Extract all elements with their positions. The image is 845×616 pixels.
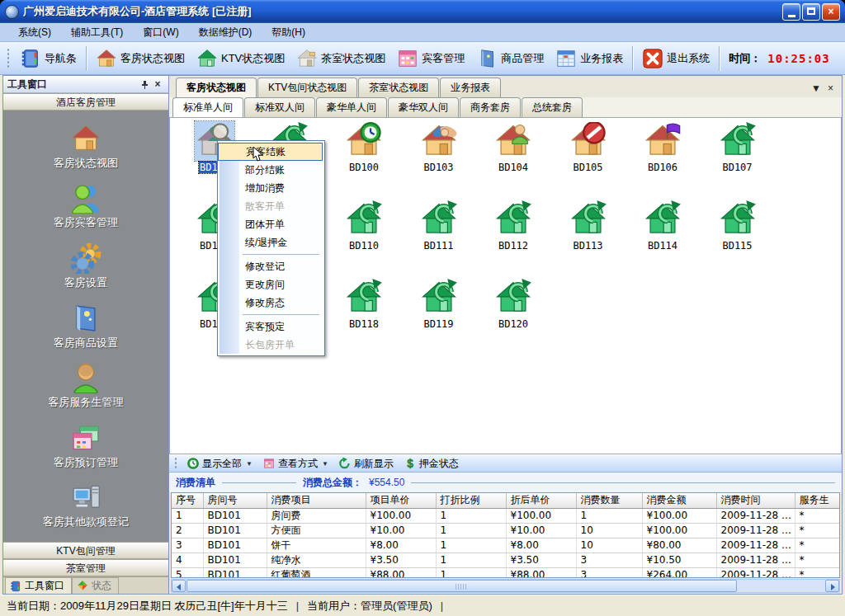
view-mode-icon	[262, 457, 276, 470]
sidebar-item-2[interactable]: 客房设置	[64, 242, 107, 290]
view-tab-3[interactable]: 业务报表	[440, 78, 501, 97]
context-menu-item-8[interactable]: 更改房间	[218, 275, 323, 294]
scroll-right-arrow-icon[interactable]	[825, 580, 839, 592]
column-header-2: 消费项目	[267, 493, 366, 508]
room-BD114[interactable]: BD114	[626, 200, 699, 252]
pin-icon[interactable]	[138, 78, 151, 90]
view-tab-1[interactable]: KTV包间状态视图	[257, 78, 357, 97]
column-header-8: 消费时间	[716, 493, 795, 508]
horizontal-scrollbar[interactable]	[171, 579, 840, 593]
room-BD107[interactable]: BD107	[701, 121, 774, 173]
sidebar-group-hotel-rooms[interactable]: 酒店客房管理	[3, 93, 168, 111]
consumption-total-value: ¥554.50	[369, 477, 404, 488]
room-type-tab-2[interactable]: 豪华单人间	[316, 97, 387, 117]
toolbar-exit-button[interactable]: 退出系统	[636, 45, 715, 72]
action-button-2[interactable]: 刷新显示	[333, 456, 399, 472]
actionbar-grip[interactable]	[174, 457, 178, 470]
column-header-9: 服务生	[795, 493, 840, 508]
context-menu-item-0[interactable]: 宾客结账	[218, 143, 323, 161]
minimize-button[interactable]	[782, 3, 800, 21]
scrollbar-track[interactable]	[186, 580, 825, 592]
room-BD115[interactable]: BD115	[701, 200, 774, 252]
room-BD120[interactable]: BD120	[477, 278, 550, 330]
table-row-3[interactable]: 4BD101纯净水¥3.501¥3.503¥10.502009-11-28 …*	[172, 553, 840, 567]
table-row-2[interactable]: 3BD101饼干¥8.001¥8.0010¥80.002009-11-28 …*	[172, 538, 840, 553]
toolbar-button-1[interactable]: KTV状态视图	[191, 45, 290, 72]
close-tool-window-icon[interactable]: ×	[151, 78, 164, 90]
action-button-0[interactable]: 显示全部▼	[182, 456, 257, 472]
booking-icon	[70, 422, 101, 454]
status-icon	[76, 580, 89, 593]
room-type-tab-3[interactable]: 豪华双人间	[388, 97, 459, 117]
scroll-left-arrow-icon[interactable]	[172, 580, 186, 592]
toolwindow-icon	[9, 580, 22, 593]
sidebar-item-3[interactable]: 客房商品设置	[54, 303, 118, 350]
tool-window-title: 工具窗口	[7, 78, 47, 92]
menu-item-0[interactable]: 系统(S)	[8, 23, 61, 42]
tab-strip-dropdown-icon[interactable]: ▼	[811, 82, 821, 94]
menu-item-3[interactable]: 数据维护(D)	[189, 23, 262, 42]
action-button-3[interactable]: $押金状态	[399, 456, 464, 472]
status-date: 当前日期：2009年11月29日星期日 农历己丑[牛]年十月十三	[7, 599, 288, 614]
toolbar-button-2[interactable]: 茶室状态视图	[290, 45, 391, 72]
dropdown-arrow-icon[interactable]: ▼	[322, 460, 328, 468]
room-BD111[interactable]: BD111	[403, 200, 475, 252]
window-title: 广州爱启迪技术有限公司-酒店管理系统 [已注册]	[23, 4, 782, 19]
room-BD103[interactable]: BD103	[403, 121, 475, 173]
scrollbar-thumb[interactable]	[186, 580, 737, 592]
sidebar-bottom-tab-1[interactable]: 状态	[72, 577, 119, 594]
sidebar-group-tea[interactable]: 茶室管理	[3, 559, 168, 576]
room-BD110[interactable]: BD110	[328, 200, 400, 252]
column-header-3: 项目单价	[366, 493, 436, 508]
room-type-tab-5[interactable]: 总统套房	[522, 97, 583, 117]
toolbar-grip[interactable]	[7, 48, 11, 69]
vacant-house-icon	[419, 278, 459, 317]
menu-item-2[interactable]: 窗口(W)	[133, 23, 188, 42]
book-icon	[70, 303, 101, 334]
room-type-tab-1[interactable]: 标准双人间	[244, 97, 315, 117]
sidebar-item-4[interactable]: 客房服务生管理	[49, 362, 124, 410]
context-menu-item-7[interactable]: 修改登记	[218, 257, 323, 275]
sidebar-bottom-tab-0[interactable]: 工具窗口	[5, 577, 72, 594]
menu-item-4[interactable]: 帮助(H)	[262, 23, 315, 42]
tab-strip-close-icon[interactable]: ×	[828, 82, 833, 94]
vacant-house-icon	[718, 121, 758, 161]
table-row-1[interactable]: 2BD101方便面¥10.001¥10.0010¥100.002009-11-2…	[172, 523, 840, 538]
toolbar-button-0[interactable]: "false"> 客房状态视图	[90, 45, 191, 72]
room-BD119[interactable]: BD119	[403, 278, 475, 330]
sidebar-item-6[interactable]: 客房其他款项登记	[43, 482, 129, 529]
context-menu-item-11[interactable]: 宾客预定	[218, 317, 323, 336]
maximize-button[interactable]	[802, 3, 820, 21]
toolbar-navigator-button[interactable]: 导航条	[14, 45, 83, 72]
room-BD105[interactable]: BD105	[552, 121, 625, 173]
room-BD118[interactable]: BD118	[328, 278, 400, 330]
room-BD106[interactable]: BD106	[626, 121, 699, 173]
sidebar-item-5[interactable]: 客房预订管理	[54, 422, 118, 470]
sidebar-item-1[interactable]: 客房宾客管理	[54, 182, 118, 230]
vacant-house-icon	[643, 200, 682, 239]
toolbar-button-5[interactable]: 业务报表	[550, 45, 629, 72]
room-BD100[interactable]: BD100	[328, 121, 400, 173]
sidebar-group-ktv[interactable]: KTV包间管理	[3, 542, 168, 559]
context-menu-item-2[interactable]: 增加消费	[218, 179, 323, 197]
table-row-0[interactable]: 1BD101房间费¥100.001¥100.001¥100.002009-11-…	[172, 508, 840, 523]
toolbar-button-4[interactable]: 商品管理	[470, 45, 550, 72]
room-BD112[interactable]: BD112	[477, 200, 550, 252]
room-BD113[interactable]: BD113	[552, 200, 625, 252]
room-BD104[interactable]: BD104	[477, 121, 550, 173]
room-type-tab-0[interactable]: 标准单人间	[172, 97, 243, 117]
menu-item-1[interactable]: 辅助工具(T)	[61, 23, 133, 42]
room-type-tab-4[interactable]: 商务套房	[460, 97, 521, 117]
close-button[interactable]: ×	[822, 3, 840, 21]
context-menu-item-1[interactable]: 部分结账	[218, 161, 323, 179]
view-tab-2[interactable]: 茶室状态视图	[358, 78, 439, 97]
toolbar-button-3[interactable]: 宾客管理	[391, 45, 470, 72]
context-menu-item-9[interactable]: 修改房态	[218, 294, 323, 312]
action-button-1[interactable]: 查看方式▼	[257, 456, 333, 472]
view-tab-0[interactable]: 客房状态视图	[176, 78, 257, 97]
sidebar-item-0[interactable]: 客房状态视图	[54, 123, 118, 171]
dropdown-arrow-icon[interactable]: ▼	[246, 460, 253, 468]
context-menu-item-4[interactable]: 团体开单	[218, 215, 323, 233]
table-row-4[interactable]: 5BD101红葡萄酒¥88.001¥88.003¥264.002009-11-2…	[172, 567, 840, 578]
context-menu-item-5[interactable]: 续/退押金	[218, 233, 323, 252]
